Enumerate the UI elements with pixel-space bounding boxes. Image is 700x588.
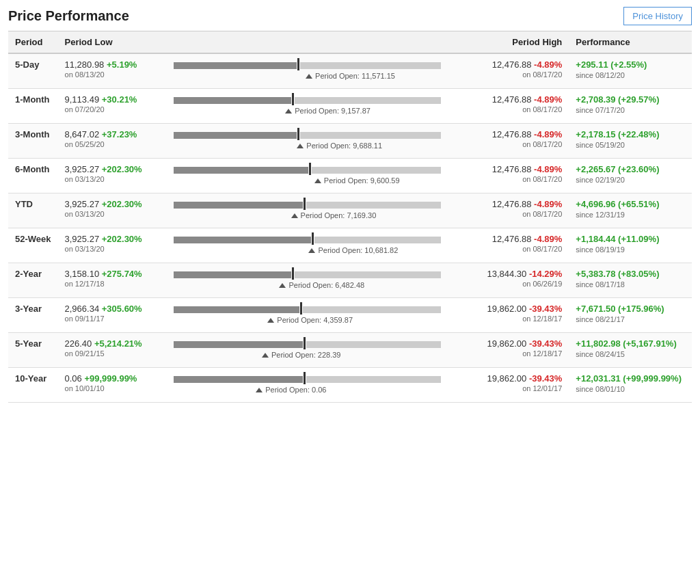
- high-cell: 12,476.88 -4.89% on 08/17/20: [453, 228, 569, 263]
- open-label-row: Period Open: 9,157.87: [174, 107, 446, 115]
- open-value: Period Open: 9,157.87: [295, 107, 371, 115]
- low-pct: +202.30%: [102, 199, 142, 209]
- perf-cell: +1,184.44 (+11.09%) since 08/19/19: [569, 228, 692, 263]
- table-row: 3-Month 8,647.02 +37.23% on 05/25/20 Per…: [8, 124, 692, 159]
- low-pct: +37.23%: [102, 129, 137, 139]
- price-history-button[interactable]: Price History: [623, 7, 692, 25]
- perf-value: +1,184.44 (+11.09%): [576, 234, 659, 244]
- triangle-icon: [297, 144, 304, 148]
- since-label: since 08/24/15: [576, 350, 625, 358]
- open-value: Period Open: 6,482.48: [288, 281, 364, 289]
- triangle-icon: [285, 109, 292, 113]
- open-value: Period Open: 9,688.11: [306, 142, 382, 150]
- chart-cell: Period Open: 4,359.87: [167, 298, 453, 333]
- bar-right: [303, 306, 440, 313]
- col-chart: [167, 31, 453, 54]
- open-value: Period Open: 10,681.82: [318, 246, 398, 254]
- low-cell: 11,280.98 +5.19% on 08/13/20: [58, 53, 167, 89]
- open-value: Period Open: 7,169.30: [301, 211, 377, 219]
- low-price: 0.06: [65, 373, 85, 384]
- bar-left: [174, 306, 299, 313]
- bar-marker: [297, 128, 299, 140]
- perf-value: +295.11 (+2.55%): [576, 59, 647, 70]
- period-cell: 2-Year: [8, 263, 58, 298]
- low-pct: +99,999.99%: [84, 373, 137, 384]
- since-label: since 02/19/20: [576, 176, 625, 184]
- period-cell: 52-Week: [8, 228, 58, 263]
- table-row: 52-Week 3,925.27 +202.30% on 03/13/20 Pe…: [8, 228, 692, 263]
- perf-value: +4,696.96 (+65.51%): [576, 199, 659, 209]
- low-cell: 9,113.49 +30.21% on 07/20/20: [58, 89, 167, 124]
- chart-wrap: Period Open: 9,600.59: [174, 165, 446, 185]
- high-price: 12,476.88: [492, 199, 534, 209]
- low-price: 3,925.27: [65, 164, 102, 174]
- open-value: Period Open: 9,600.59: [324, 176, 400, 185]
- chart-cell: Period Open: 0.06: [167, 368, 453, 403]
- perf-value: +2,708.39 (+29.57%): [576, 94, 659, 105]
- triangle-icon: [306, 74, 312, 79]
- chart-cell: Period Open: 6,482.48: [167, 263, 453, 298]
- since-label: since 05/19/20: [576, 141, 625, 149]
- low-cell: 0.06 +99,999.99% on 10/01/10: [58, 368, 167, 403]
- chart-wrap: Period Open: 10,681.82: [174, 235, 446, 254]
- period-cell: 6-Month: [8, 159, 58, 193]
- chart-cell: Period Open: 11,571.15: [167, 53, 453, 89]
- chart-cell: Period Open: 7,169.30: [167, 193, 453, 228]
- high-pct: -39.43%: [529, 338, 562, 349]
- bar-container: [174, 200, 446, 210]
- low-price: 11,280.98: [65, 59, 107, 70]
- since-label: since 08/01/10: [576, 385, 625, 393]
- low-pct: +5.19%: [107, 59, 137, 70]
- high-date: on 12/18/17: [460, 315, 563, 323]
- bar-container: [174, 165, 446, 175]
- low-price: 3,925.27: [65, 199, 102, 209]
- low-cell: 3,925.27 +202.30% on 03/13/20: [58, 193, 167, 228]
- low-price: 2,966.34: [65, 304, 102, 314]
- bar-marker: [304, 337, 306, 349]
- bar-left: [174, 376, 302, 383]
- high-price: 19,862.00: [487, 304, 528, 314]
- open-label-row: Period Open: 9,600.59: [174, 176, 446, 185]
- high-cell: 19,862.00 -39.43% on 12/18/17: [453, 333, 569, 368]
- since-label: since 08/12/20: [576, 71, 625, 79]
- open-label-row: Period Open: 6,482.48: [174, 281, 446, 289]
- bar-marker: [300, 302, 302, 315]
- low-pct: +275.74%: [102, 269, 142, 279]
- bar-container: [174, 375, 446, 384]
- low-date: on 09/21/15: [65, 349, 161, 358]
- high-date: on 08/17/20: [460, 105, 563, 113]
- high-price: 19,862.00: [487, 373, 528, 384]
- table-row: 5-Year 226.40 +5,214.21% on 09/21/15 Per…: [8, 333, 692, 368]
- bar-right: [306, 202, 441, 209]
- high-date: on 08/17/20: [460, 70, 563, 79]
- low-date: on 09/11/17: [65, 315, 161, 323]
- high-cell: 13,844.30 -14.29% on 06/26/19: [453, 263, 569, 298]
- low-price: 226.40: [65, 338, 94, 349]
- perf-cell: +2,708.39 (+29.57%) since 07/17/20: [569, 89, 692, 124]
- triangle-icon: [291, 213, 298, 218]
- high-pct: -14.29%: [529, 269, 562, 279]
- triangle-icon: [262, 353, 269, 358]
- high-pct: -4.89%: [534, 164, 562, 174]
- period-cell: 3-Month: [8, 124, 58, 159]
- chart-wrap: Period Open: 9,157.87: [174, 96, 446, 115]
- perf-value: +5,383.78 (+83.05%): [576, 269, 659, 279]
- bar-left: [174, 132, 297, 139]
- perf-cell: +5,383.78 (+83.05%) since 08/17/18: [569, 263, 692, 298]
- high-pct: -4.89%: [534, 234, 562, 244]
- table-header-row: Period Period Low Period High Performanc…: [8, 31, 692, 54]
- low-cell: 3,158.10 +275.74% on 12/17/18: [58, 263, 167, 298]
- chart-cell: Period Open: 9,600.59: [167, 159, 453, 193]
- bar-marker: [309, 163, 311, 175]
- bar-container: [174, 131, 446, 140]
- open-label-row: Period Open: 10,681.82: [174, 246, 446, 254]
- chart-wrap: Period Open: 4,359.87: [174, 305, 446, 324]
- low-price: 3,158.10: [65, 269, 102, 279]
- period-cell: 5-Day: [8, 53, 58, 89]
- high-pct: -4.89%: [534, 94, 562, 105]
- table-row: 6-Month 3,925.27 +202.30% on 03/13/20 Pe…: [8, 159, 692, 193]
- low-cell: 8,647.02 +37.23% on 05/25/20: [58, 124, 167, 159]
- bar-container: [174, 340, 446, 349]
- triangle-icon: [279, 283, 286, 288]
- high-pct: -39.43%: [529, 373, 562, 384]
